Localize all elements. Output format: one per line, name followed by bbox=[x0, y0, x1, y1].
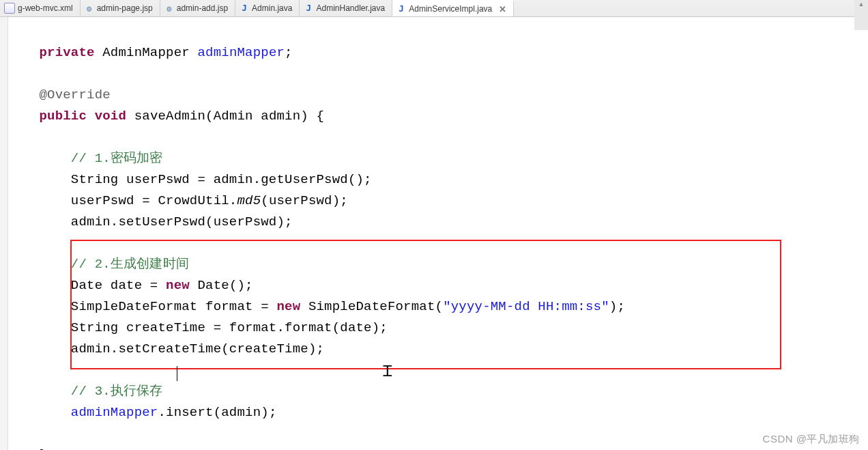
tab-label: admin-add.jsp bbox=[177, 3, 228, 13]
java-file-icon: J bbox=[304, 3, 313, 13]
xml-file-icon bbox=[4, 3, 15, 14]
code-line bbox=[8, 66, 16, 81]
jsp-file-icon: ◎ bbox=[85, 3, 94, 13]
tab-admin-java[interactable]: J Admin.java bbox=[235, 0, 300, 16]
jsp-file-icon: ◎ bbox=[164, 3, 174, 13]
tab-label: AdminServiceImpl.java bbox=[409, 4, 492, 14]
code-line bbox=[8, 363, 16, 378]
text-caret bbox=[177, 366, 177, 381]
tab-label: Admin.java bbox=[252, 3, 292, 13]
code-line: // 1.密码加密 bbox=[8, 151, 163, 166]
tab-admin-add-jsp[interactable]: ◎ admin-add.jsp bbox=[160, 0, 235, 16]
code-line bbox=[8, 130, 16, 145]
code-line: SimpleDateFormat format = new SimpleDate… bbox=[8, 299, 625, 314]
tab-xml-config[interactable]: g-web-mvc.xml bbox=[0, 0, 81, 16]
code-line: Date date = new Date(); bbox=[8, 278, 253, 293]
code-line bbox=[8, 426, 16, 441]
tab-label: admin-page.jsp bbox=[97, 3, 153, 13]
code-line: String userPswd = admin.getUserPswd(); bbox=[8, 172, 372, 187]
code-line: @Override bbox=[8, 87, 111, 102]
close-icon[interactable]: ✕ bbox=[499, 4, 506, 14]
java-file-icon: J bbox=[396, 4, 406, 14]
code-line bbox=[8, 236, 16, 251]
code-line: userPswd = CrowdUtil.md5(userPswd); bbox=[8, 193, 348, 208]
watermark: CSDN @平凡加班狗 bbox=[763, 433, 860, 446]
scroll-up-icon[interactable]: ▲ bbox=[854, 0, 868, 8]
code-line: // 2.生成创建时间 bbox=[8, 257, 189, 272]
code-line: admin.setUserPswd(userPswd); bbox=[8, 214, 293, 229]
code-line: public void saveAdmin(Admin admin) { bbox=[8, 109, 324, 124]
tab-admin-handler-java[interactable]: J AdminHandler.java bbox=[300, 0, 392, 16]
tab-bar: g-web-mvc.xml ◎ admin-page.jsp ◎ admin-a… bbox=[0, 0, 868, 17]
code-line: String createTime = format.format(date); bbox=[8, 320, 388, 335]
tab-label: g-web-mvc.xml bbox=[18, 3, 73, 13]
tab-admin-service-impl-java[interactable]: J AdminServiceImpl.java ✕ bbox=[392, 0, 514, 16]
tab-label: AdminHandler.java bbox=[316, 3, 385, 13]
code-line: admin.setCreateTime(createTime); bbox=[8, 341, 324, 356]
code-area[interactable]: private AdminMapper adminMapper; @Overri… bbox=[8, 17, 868, 450]
code-line: // 3.执行保存 bbox=[8, 384, 163, 399]
tab-admin-page-jsp[interactable]: ◎ admin-page.jsp bbox=[81, 0, 160, 16]
code-editor[interactable]: private AdminMapper adminMapper; @Overri… bbox=[0, 17, 868, 450]
code-line: adminMapper.insert(admin); bbox=[8, 405, 276, 420]
mouse-ibeam-icon: Ꮖ bbox=[383, 363, 392, 380]
code-line: private AdminMapper adminMapper; bbox=[8, 45, 293, 60]
code-line: } bbox=[8, 447, 47, 450]
java-file-icon: J bbox=[240, 3, 249, 13]
